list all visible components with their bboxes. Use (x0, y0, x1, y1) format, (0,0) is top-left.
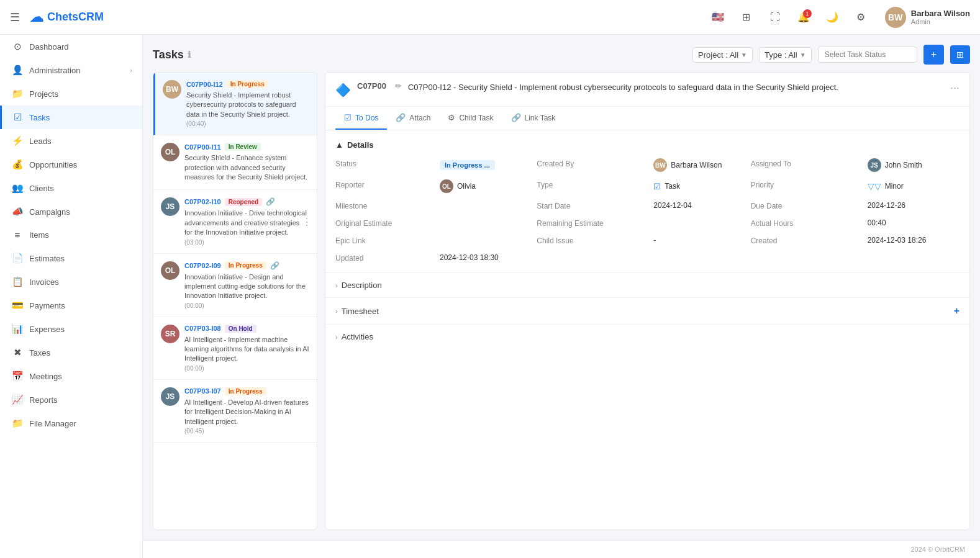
task-content: C07P02-I10 Reopened 🔗 Innovation Initiat… (184, 197, 309, 245)
sidebar-item-expenses[interactable]: 📊 Expenses (0, 317, 142, 341)
tab-label: Attach (409, 114, 430, 122)
type-filter[interactable]: Type : All ▼ (759, 47, 812, 63)
apps-icon[interactable]: ⊞ (737, 8, 756, 27)
link-icon: 🔗 (270, 261, 279, 270)
estimates-icon: 📄 (12, 253, 23, 264)
sidebar-item-items[interactable]: ≡ Items (0, 223, 142, 246)
status-pill[interactable]: In Progress ... (440, 160, 495, 170)
actual-hours-label: Actual Hours (751, 218, 863, 228)
sidebar-item-label: File Manager (29, 419, 132, 428)
sidebar-item-label: Tasks (29, 113, 132, 122)
task-description: AI Intelligent - Implement machine learn… (184, 335, 309, 364)
tab-attach[interactable]: 🔗 Attach (387, 107, 439, 130)
tab-todos[interactable]: ☑ To Dos (335, 107, 387, 130)
projects-icon: 📁 (12, 88, 23, 99)
user-info: Barbara Wilson Admin (911, 9, 970, 25)
more-options-icon[interactable]: ⋮ (302, 215, 312, 227)
notifications-icon[interactable]: 🔔 1 (794, 8, 813, 27)
due-date-value: 2024-12-26 (868, 200, 960, 210)
activities-label: Activities (342, 332, 373, 341)
topnav-icons: 🇺🇸 ⊞ ⛶ 🔔 1 🌙 ⚙ BW Barbara Wilson Admin (709, 7, 970, 28)
app-logo: ☁ ChetsCRM (30, 9, 173, 25)
task-item[interactable]: JS C07P02-I10 Reopened 🔗 Innovation Init… (153, 190, 317, 253)
tab-child-task[interactable]: ⚙ Child Task (439, 107, 502, 130)
sidebar-item-clients[interactable]: 👥 Clients (0, 176, 142, 200)
status-badge: On Hold (225, 325, 256, 333)
start-date-label: Start Date (537, 200, 648, 210)
add-timesheet-button[interactable]: + (954, 305, 960, 317)
project-filter[interactable]: Project : All ▼ (692, 47, 753, 63)
edit-icon[interactable]: ✏ (395, 81, 402, 91)
hamburger-button[interactable]: ☰ (10, 11, 20, 24)
sidebar-item-payments[interactable]: 💳 Payments (0, 294, 142, 317)
description-header[interactable]: › Description (325, 273, 969, 297)
updated-value: 2024-12-03 18:30 (440, 253, 532, 263)
sidebar-item-estimates[interactable]: 📄 Estimates (0, 246, 142, 270)
created-label: Created (751, 235, 863, 245)
detail-header: 🔷 C07P00 ✏ C07P00-I12 - Security Shield … (325, 73, 969, 107)
app-name: ChetsCRM (47, 11, 104, 24)
details-section-title[interactable]: ▲ Details (335, 140, 960, 150)
sidebar-item-tasks[interactable]: ☑ Tasks (0, 106, 142, 129)
page-title: Tasks ℹ (153, 48, 191, 61)
task-id: C07P02-I10 (184, 198, 221, 205)
task-id: C07P00-I11 (184, 143, 221, 151)
flag-icon[interactable]: 🇺🇸 (709, 8, 727, 27)
user-menu[interactable]: BW Barbara Wilson Admin (885, 7, 970, 28)
sidebar-item-opportunities[interactable]: 💰 Opportunities (0, 153, 142, 176)
more-options-icon[interactable]: ··· (950, 81, 960, 94)
user-role: Admin (911, 18, 970, 25)
tab-link-task[interactable]: 🔗 Link Task (502, 107, 565, 130)
sidebar-item-administration[interactable]: 👤 Administration › (0, 58, 142, 82)
chevron-right-icon: › (335, 282, 338, 289)
theme-icon[interactable]: 🌙 (823, 8, 842, 27)
sidebar-item-leads[interactable]: ⚡ Leads (0, 129, 142, 153)
expenses-icon: 📊 (12, 323, 23, 335)
opportunities-icon: 💰 (12, 159, 23, 170)
milestone-value (440, 200, 532, 210)
detail-title: C07P00-I12 - Security Shield - Implement… (408, 81, 939, 94)
sidebar-item-dashboard[interactable]: ⊙ Dashboard (0, 35, 142, 58)
sidebar-item-taxes[interactable]: ✖ Taxes (0, 341, 142, 364)
task-item[interactable]: JS C07P03-I07 In Progress AI Intelligent… (153, 380, 317, 443)
avatar: JS (868, 158, 881, 172)
page-footer: 2024 © OrbitCRM (143, 540, 980, 558)
remaining-estimate-label: Remaining Estimate (537, 218, 648, 228)
task-item[interactable]: OL C07P00-I11 In Review Security Shield … (153, 135, 317, 190)
sidebar-item-invoices[interactable]: 📋 Invoices (0, 270, 142, 294)
chevron-right-icon: › (335, 307, 338, 315)
activities-header[interactable]: › Activities (325, 325, 969, 349)
sidebar-item-reports[interactable]: 📈 Reports (0, 388, 142, 412)
sidebar-item-campaigns[interactable]: 📣 Campaigns (0, 200, 142, 223)
grid-view-button[interactable]: ⊞ (950, 45, 970, 64)
chevron-down-icon: ▼ (800, 52, 806, 58)
reports-icon: 📈 (12, 394, 23, 405)
task-item[interactable]: BW C07P00-I12 In Progress Security Shiel… (153, 73, 317, 135)
add-task-button[interactable]: + (923, 45, 944, 65)
chevron-down-icon: ▼ (741, 52, 747, 58)
task-content: C07P02-I09 In Progress 🔗 Innovation Init… (184, 261, 309, 309)
status-search-input[interactable] (818, 47, 917, 63)
fullscreen-icon[interactable]: ⛶ (766, 8, 784, 27)
sidebar-item-file-manager[interactable]: 📁 File Manager (0, 412, 142, 435)
updated-label: Updated (335, 253, 435, 263)
timesheet-header[interactable]: › Timesheet + (325, 298, 969, 324)
sidebar-item-meetings[interactable]: 📅 Meetings (0, 364, 142, 388)
sidebar-item-label: Taxes (29, 348, 132, 358)
clients-icon: 👥 (12, 182, 23, 194)
reporter-value: OL Olivia (440, 179, 532, 193)
task-item[interactable]: SR C07P03-I08 On Hold AI Intelligent - I… (153, 317, 317, 380)
link-task-icon: 🔗 (511, 113, 521, 122)
child-issue-value: - (653, 235, 745, 245)
avatar: BW (653, 158, 667, 172)
actual-hours-value: 00:40 (868, 218, 960, 228)
priority-label: Priority (751, 179, 863, 193)
sidebar-item-projects[interactable]: 📁 Projects (0, 82, 142, 106)
task-description: Innovation Initiative - Drive technologi… (184, 209, 309, 237)
sidebar-item-label: Administration (29, 66, 124, 75)
task-content: C07P03-I08 On Hold AI Intelligent - Impl… (184, 325, 309, 372)
task-item[interactable]: OL C07P02-I09 In Progress 🔗 Innovation I… (153, 254, 317, 317)
type-name: Task (665, 182, 680, 191)
project-filter-label: Project : All (698, 50, 738, 60)
settings-icon[interactable]: ⚙ (851, 8, 870, 27)
